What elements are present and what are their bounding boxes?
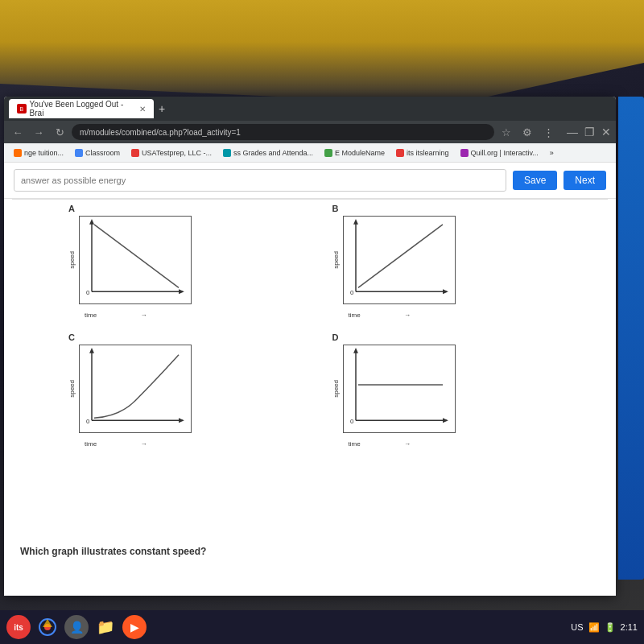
save-button[interactable]: Save	[513, 171, 557, 190]
menu-icon[interactable]: ⋮	[539, 123, 557, 141]
graph-b-wrapper: B speed 0	[332, 204, 584, 320]
graph-d-x-label: time	[349, 440, 361, 448]
url-text: m/modules/combined/ca.php?load_activity=…	[80, 128, 241, 137]
taskbar-chrome-icon[interactable]	[35, 615, 60, 639]
graph-d-box[interactable]: 0	[343, 345, 456, 433]
bookmark-classroom[interactable]: Classroom	[72, 147, 123, 159]
region-label: US	[571, 622, 583, 632]
bookmark-label: USATestprep, LLC -...	[142, 149, 212, 157]
time-display: 2:11	[621, 622, 638, 632]
address-bar[interactable]: m/modules/combined/ca.php?load_activity=…	[72, 124, 494, 140]
svg-marker-20	[443, 418, 448, 423]
bookmark-tuition[interactable]: nge tuition...	[10, 147, 67, 159]
page-content: Save Next A speed	[4, 163, 616, 573]
graph-c-x-label: time	[85, 440, 97, 448]
wifi-icon: 📶	[588, 622, 600, 633]
graph-c-label: C	[68, 332, 75, 342]
bookmark-favicon	[131, 149, 139, 157]
reload-button[interactable]: ↻	[51, 123, 68, 141]
tab-bar: B You've Been Logged Out - Brai ✕ +	[4, 97, 616, 121]
svg-text:0: 0	[86, 289, 90, 296]
svg-marker-7	[353, 219, 358, 225]
page-toolbar: Save Next	[4, 163, 616, 199]
svg-marker-15	[179, 418, 184, 423]
tab-close-button[interactable]: ✕	[139, 105, 146, 114]
graph-d-y-label: speed	[332, 380, 340, 398]
bookmark-label: E ModuleName	[335, 149, 385, 157]
restore-button[interactable]: ❐	[584, 126, 595, 138]
bookmark-favicon	[223, 149, 231, 157]
svg-marker-1	[89, 219, 94, 225]
star-icon[interactable]: ☆	[497, 123, 515, 141]
forward-button[interactable]: →	[30, 123, 47, 141]
graph-b-svg: 0	[344, 217, 455, 303]
taskbar-its-icon[interactable]: its	[6, 615, 31, 639]
graph-b-x-label: time	[349, 312, 361, 319]
graph-d-y-axis: speed	[332, 380, 340, 398]
taskbar-play-icon[interactable]: ▶	[122, 615, 147, 639]
graph-d-svg: 0	[344, 345, 455, 432]
bookmark-modulename[interactable]: E ModuleName	[321, 147, 388, 159]
graph-c-box[interactable]: 0	[79, 345, 192, 433]
taskbar-files-icon[interactable]: 📁	[93, 615, 118, 639]
graph-d-label: D	[332, 332, 339, 342]
bookmark-quill[interactable]: Quill.org | Interactiv...	[457, 147, 542, 159]
bookmark-favicon	[460, 149, 469, 157]
scroll-panel	[618, 97, 644, 580]
bookmark-favicon	[75, 149, 83, 157]
taskbar-person-icon[interactable]: 👤	[64, 615, 89, 639]
graph-b-box[interactable]: 0	[343, 216, 456, 304]
graphs-container: A speed	[4, 200, 616, 457]
graph-c-y-axis: speed	[68, 380, 76, 398]
bookmark-more[interactable]: »	[547, 147, 557, 159]
svg-marker-18	[353, 348, 358, 353]
graph-b-label: B	[332, 204, 339, 213]
extension-icon[interactable]: ⚙	[518, 123, 536, 141]
bookmark-itslearning[interactable]: its itslearning	[393, 147, 452, 159]
graph-c-svg: 0	[80, 345, 191, 432]
bottom-question: Which graph illustrates constant speed?	[20, 546, 206, 557]
graph-c-y-label: speed	[68, 380, 76, 398]
active-tab[interactable]: B You've Been Logged Out - Brai ✕	[9, 99, 154, 118]
graph-a-svg: 0	[80, 217, 191, 303]
bookmark-favicon	[14, 149, 22, 157]
back-button[interactable]: ←	[9, 123, 27, 141]
browser-controls: ← → ↻ m/modules/combined/ca.php?load_act…	[4, 121, 616, 143]
bookmark-more-label: »	[550, 149, 554, 157]
svg-line-5	[94, 225, 179, 288]
new-tab-button[interactable]: +	[154, 101, 170, 117]
battery-icon: 🔋	[605, 622, 616, 633]
answer-input[interactable]	[14, 169, 506, 192]
bookmarks-bar: nge tuition... Classroom USATestprep, LL…	[4, 143, 616, 163]
bookmark-favicon	[324, 149, 332, 157]
browser-window: B You've Been Logged Out - Brai ✕ + ← → …	[4, 97, 616, 596]
bookmark-favicon	[396, 149, 404, 157]
graph-d-wrapper: D speed 0	[332, 332, 584, 449]
svg-line-11	[357, 225, 442, 288]
tab-favicon: B	[17, 104, 27, 114]
minimize-button[interactable]: —	[567, 126, 578, 138]
close-button[interactable]: ✕	[601, 126, 611, 138]
graph-c-wrapper: C speed 0	[68, 332, 320, 449]
svg-marker-3	[179, 289, 184, 294]
bookmark-label: its itslearning	[407, 149, 449, 157]
bookmark-label: Classroom	[85, 149, 120, 157]
svg-text:0: 0	[86, 418, 90, 425]
graph-a-x-label: time	[85, 312, 97, 319]
graph-a-label: A	[68, 204, 75, 213]
graph-a-y-label: speed	[68, 251, 76, 269]
graph-b-y-axis: speed	[332, 251, 340, 269]
bookmark-grades[interactable]: ss Grades and Attenda...	[220, 147, 316, 159]
tab-title: You've Been Logged Out - Brai	[30, 100, 136, 118]
graph-a-box[interactable]: 0	[79, 216, 192, 304]
next-button[interactable]: Next	[564, 171, 606, 190]
taskbar-right: US 📶 🔋 2:11	[571, 622, 638, 633]
svg-text:0: 0	[350, 418, 354, 425]
taskbar-left: its 👤 📁 ▶	[6, 615, 147, 639]
graph-a-y-axis: speed	[68, 251, 76, 269]
question-text: Which graph illustrates constant speed?	[20, 546, 206, 557]
bookmark-usatestprep[interactable]: USATestprep, LLC -...	[128, 147, 215, 159]
window-controls: — ❐ ✕	[567, 126, 611, 138]
graph-b-y-label: speed	[332, 251, 340, 269]
bookmark-label: nge tuition...	[24, 149, 64, 157]
